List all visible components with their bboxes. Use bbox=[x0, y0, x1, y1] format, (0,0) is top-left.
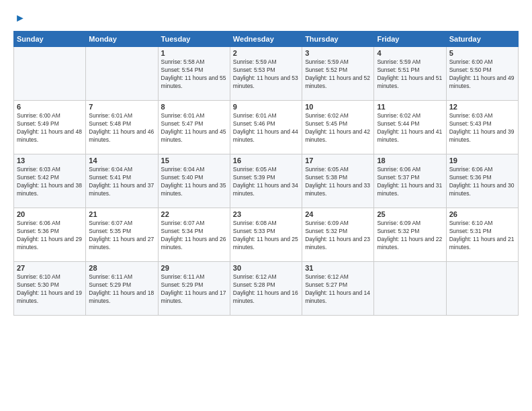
calendar-body: 1Sunrise: 5:58 AM Sunset: 5:54 PM Daylig… bbox=[14, 47, 519, 316]
calendar-day-cell: 22Sunrise: 6:07 AM Sunset: 5:34 PM Dayli… bbox=[158, 208, 230, 262]
calendar-day-cell: 29Sunrise: 6:11 AM Sunset: 5:29 PM Dayli… bbox=[158, 262, 230, 316]
day-info: Sunrise: 6:05 AM Sunset: 5:39 PM Dayligh… bbox=[233, 166, 299, 198]
day-number: 10 bbox=[305, 103, 371, 111]
day-info: Sunrise: 6:10 AM Sunset: 5:30 PM Dayligh… bbox=[17, 273, 83, 306]
calendar-day-cell: 5Sunrise: 6:00 AM Sunset: 5:50 PM Daylig… bbox=[446, 47, 518, 101]
day-number: 25 bbox=[377, 210, 443, 218]
calendar-day-cell: 26Sunrise: 6:10 AM Sunset: 5:31 PM Dayli… bbox=[446, 208, 518, 262]
calendar-header-row: SundayMondayTuesdayWednesdayThursdayFrid… bbox=[14, 32, 519, 47]
calendar-day-cell: 4Sunrise: 5:59 AM Sunset: 5:51 PM Daylig… bbox=[374, 47, 446, 101]
day-info: Sunrise: 6:09 AM Sunset: 5:32 PM Dayligh… bbox=[377, 220, 443, 252]
calendar-day-cell: 24Sunrise: 6:09 AM Sunset: 5:32 PM Dayli… bbox=[302, 208, 374, 262]
day-number: 27 bbox=[17, 264, 83, 272]
weekday-header: Tuesday bbox=[158, 32, 230, 47]
calendar-day-cell: 19Sunrise: 6:06 AM Sunset: 5:36 PM Dayli… bbox=[446, 154, 518, 208]
calendar-day-cell: 16Sunrise: 6:05 AM Sunset: 5:39 PM Dayli… bbox=[230, 154, 302, 208]
day-info: Sunrise: 6:03 AM Sunset: 5:42 PM Dayligh… bbox=[17, 166, 83, 198]
day-number: 1 bbox=[161, 49, 227, 57]
calendar-week-row: 20Sunrise: 6:06 AM Sunset: 5:36 PM Dayli… bbox=[14, 208, 519, 262]
calendar-day-cell: 9Sunrise: 6:01 AM Sunset: 5:46 PM Daylig… bbox=[230, 101, 302, 154]
day-info: Sunrise: 6:05 AM Sunset: 5:38 PM Dayligh… bbox=[305, 166, 371, 198]
day-info: Sunrise: 6:03 AM Sunset: 5:43 PM Dayligh… bbox=[449, 112, 515, 144]
calendar-day-cell: 3Sunrise: 5:59 AM Sunset: 5:52 PM Daylig… bbox=[302, 47, 374, 101]
logo-icon: ► bbox=[15, 12, 26, 24]
day-number: 29 bbox=[161, 264, 227, 272]
day-number: 28 bbox=[89, 264, 154, 272]
logo: ► bbox=[13, 12, 26, 24]
day-number: 23 bbox=[233, 210, 299, 218]
header: ► bbox=[13, 12, 519, 24]
calendar-day-cell: 15Sunrise: 6:04 AM Sunset: 5:40 PM Dayli… bbox=[158, 154, 230, 208]
calendar-day-cell: 20Sunrise: 6:06 AM Sunset: 5:36 PM Dayli… bbox=[14, 208, 86, 262]
day-info: Sunrise: 6:09 AM Sunset: 5:32 PM Dayligh… bbox=[305, 220, 371, 252]
day-info: Sunrise: 6:01 AM Sunset: 5:48 PM Dayligh… bbox=[89, 112, 154, 144]
weekday-header: Sunday bbox=[14, 32, 86, 47]
weekday-header: Friday bbox=[374, 32, 446, 47]
day-number: 22 bbox=[161, 210, 227, 218]
weekday-header: Saturday bbox=[446, 32, 518, 47]
day-number: 30 bbox=[233, 264, 299, 272]
calendar-day-cell bbox=[374, 262, 446, 316]
day-number: 11 bbox=[377, 103, 443, 111]
calendar-day-cell: 17Sunrise: 6:05 AM Sunset: 5:38 PM Dayli… bbox=[302, 154, 374, 208]
day-info: Sunrise: 6:10 AM Sunset: 5:31 PM Dayligh… bbox=[449, 220, 515, 252]
day-number: 4 bbox=[377, 49, 443, 57]
day-info: Sunrise: 5:59 AM Sunset: 5:53 PM Dayligh… bbox=[233, 58, 299, 91]
day-number: 5 bbox=[449, 49, 515, 57]
day-number: 20 bbox=[17, 210, 83, 218]
calendar-day-cell bbox=[86, 47, 158, 101]
calendar-day-cell: 7Sunrise: 6:01 AM Sunset: 5:48 PM Daylig… bbox=[86, 101, 158, 154]
calendar-day-cell: 12Sunrise: 6:03 AM Sunset: 5:43 PM Dayli… bbox=[446, 101, 518, 154]
day-info: Sunrise: 5:58 AM Sunset: 5:54 PM Dayligh… bbox=[161, 58, 227, 91]
calendar-day-cell: 1Sunrise: 5:58 AM Sunset: 5:54 PM Daylig… bbox=[158, 47, 230, 101]
day-info: Sunrise: 6:06 AM Sunset: 5:36 PM Dayligh… bbox=[449, 166, 515, 198]
calendar-day-cell: 28Sunrise: 6:11 AM Sunset: 5:29 PM Dayli… bbox=[86, 262, 158, 316]
calendar-week-row: 27Sunrise: 6:10 AM Sunset: 5:30 PM Dayli… bbox=[14, 262, 519, 316]
day-number: 24 bbox=[305, 210, 371, 218]
calendar-day-cell: 30Sunrise: 6:12 AM Sunset: 5:28 PM Dayli… bbox=[230, 262, 302, 316]
calendar-week-row: 13Sunrise: 6:03 AM Sunset: 5:42 PM Dayli… bbox=[14, 154, 519, 208]
day-info: Sunrise: 6:01 AM Sunset: 5:47 PM Dayligh… bbox=[161, 112, 227, 144]
day-number: 18 bbox=[377, 156, 443, 165]
calendar-day-cell: 27Sunrise: 6:10 AM Sunset: 5:30 PM Dayli… bbox=[14, 262, 86, 316]
day-number: 6 bbox=[17, 103, 83, 111]
day-number: 2 bbox=[233, 49, 299, 57]
day-number: 8 bbox=[161, 103, 227, 111]
day-info: Sunrise: 6:12 AM Sunset: 5:27 PM Dayligh… bbox=[305, 273, 371, 306]
day-info: Sunrise: 6:04 AM Sunset: 5:40 PM Dayligh… bbox=[161, 166, 227, 198]
day-info: Sunrise: 5:59 AM Sunset: 5:51 PM Dayligh… bbox=[377, 58, 443, 91]
day-info: Sunrise: 6:00 AM Sunset: 5:49 PM Dayligh… bbox=[17, 112, 83, 144]
day-info: Sunrise: 6:12 AM Sunset: 5:28 PM Dayligh… bbox=[233, 273, 299, 306]
day-number: 9 bbox=[233, 103, 299, 111]
day-info: Sunrise: 6:11 AM Sunset: 5:29 PM Dayligh… bbox=[89, 273, 154, 306]
calendar-week-row: 6Sunrise: 6:00 AM Sunset: 5:49 PM Daylig… bbox=[14, 101, 519, 154]
day-info: Sunrise: 6:02 AM Sunset: 5:45 PM Dayligh… bbox=[305, 112, 371, 144]
day-info: Sunrise: 6:02 AM Sunset: 5:44 PM Dayligh… bbox=[377, 112, 443, 144]
day-number: 15 bbox=[161, 156, 227, 165]
day-number: 19 bbox=[449, 156, 515, 165]
calendar-day-cell: 10Sunrise: 6:02 AM Sunset: 5:45 PM Dayli… bbox=[302, 101, 374, 154]
calendar-day-cell: 14Sunrise: 6:04 AM Sunset: 5:41 PM Dayli… bbox=[86, 154, 158, 208]
calendar-day-cell: 25Sunrise: 6:09 AM Sunset: 5:32 PM Dayli… bbox=[374, 208, 446, 262]
day-info: Sunrise: 6:00 AM Sunset: 5:50 PM Dayligh… bbox=[449, 58, 515, 91]
day-info: Sunrise: 5:59 AM Sunset: 5:52 PM Dayligh… bbox=[305, 58, 371, 91]
weekday-header: Wednesday bbox=[230, 32, 302, 47]
day-info: Sunrise: 6:07 AM Sunset: 5:35 PM Dayligh… bbox=[89, 220, 154, 252]
day-number: 26 bbox=[449, 210, 515, 218]
weekday-header: Thursday bbox=[302, 32, 374, 47]
day-number: 12 bbox=[449, 103, 515, 111]
day-info: Sunrise: 6:06 AM Sunset: 5:36 PM Dayligh… bbox=[17, 220, 83, 252]
day-info: Sunrise: 6:04 AM Sunset: 5:41 PM Dayligh… bbox=[89, 166, 154, 198]
day-number: 21 bbox=[89, 210, 154, 218]
calendar-day-cell: 8Sunrise: 6:01 AM Sunset: 5:47 PM Daylig… bbox=[158, 101, 230, 154]
day-number: 16 bbox=[233, 156, 299, 165]
day-number: 31 bbox=[305, 264, 371, 272]
calendar-day-cell: 18Sunrise: 6:06 AM Sunset: 5:37 PM Dayli… bbox=[374, 154, 446, 208]
calendar-day-cell: 2Sunrise: 5:59 AM Sunset: 5:53 PM Daylig… bbox=[230, 47, 302, 101]
calendar-day-cell: 23Sunrise: 6:08 AM Sunset: 5:33 PM Dayli… bbox=[230, 208, 302, 262]
calendar-day-cell: 21Sunrise: 6:07 AM Sunset: 5:35 PM Dayli… bbox=[86, 208, 158, 262]
day-number: 13 bbox=[17, 156, 83, 165]
day-info: Sunrise: 6:01 AM Sunset: 5:46 PM Dayligh… bbox=[233, 112, 299, 144]
weekday-header: Monday bbox=[86, 32, 158, 47]
day-info: Sunrise: 6:07 AM Sunset: 5:34 PM Dayligh… bbox=[161, 220, 227, 252]
